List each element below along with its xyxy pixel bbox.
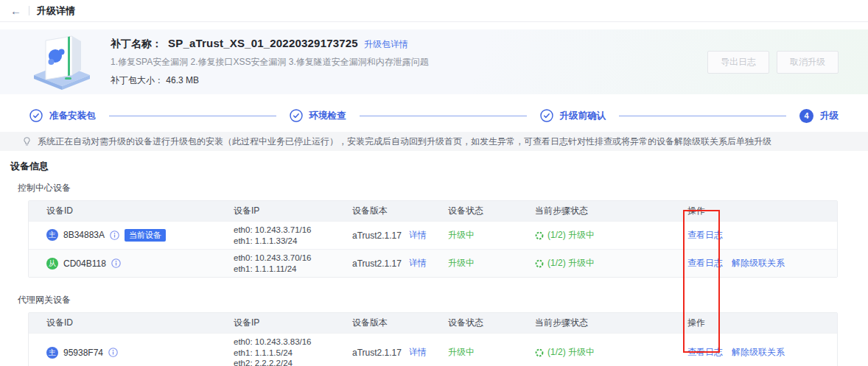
- page-title: 升级详情: [37, 4, 75, 18]
- device-status: 升级中: [439, 226, 526, 244]
- step-label: 准备安装包: [49, 110, 96, 122]
- step-status: (1/2) 升级中: [547, 257, 595, 270]
- patch-description: 1.修复SPA安全漏洞 2.修复接口XSS安全漏洞 3.修复隧道安全漏洞和内存泄…: [111, 56, 707, 68]
- patch-size-label: 补丁包大小：: [111, 75, 164, 85]
- step-number-badge: 4: [799, 109, 813, 123]
- table-header-row: 设备ID 设备IP 设备版本 设备状态 当前步骤状态 操作: [29, 313, 837, 333]
- col-device-ip: 设备IP: [225, 202, 343, 220]
- table-row: 从 CD04B118 eth0: 10.243.3.70/16 eth1: 1.…: [29, 249, 837, 277]
- master-role-icon: 主: [46, 229, 58, 241]
- col-step-status: 当前步骤状态: [526, 314, 679, 332]
- device-id: 95938F74: [63, 348, 103, 358]
- step-label: 升级: [820, 110, 839, 122]
- device-ip-line: eth1: 1.1.1.33/24: [234, 236, 335, 247]
- patch-size-value: 46.3 MB: [166, 75, 199, 85]
- device-ip-line: eth2: 2.2.2.2/24: [234, 358, 335, 366]
- loading-spinner-icon: [535, 348, 544, 357]
- unlink-cascade-link[interactable]: 解除级联关系: [732, 257, 785, 270]
- step-upgrade-current: 4 升级: [799, 109, 839, 123]
- col-device-id: 设备ID: [29, 202, 225, 220]
- info-icon[interactable]: [108, 348, 118, 357]
- page-header: ← 升级详情: [0, 0, 868, 22]
- patch-package-icon: [31, 32, 93, 92]
- col-device-ip: 设备IP: [225, 314, 343, 332]
- view-logs-link[interactable]: 查看日志: [687, 229, 723, 242]
- version-details-link[interactable]: 详情: [409, 229, 427, 242]
- info-icon[interactable]: [111, 258, 121, 268]
- step-pre-upgrade-confirm: 升级前确认: [540, 109, 606, 122]
- banner-text: 系统正在自动对需升级的设备进行升级包的安装（此过程中业务已停止运行），安装完成后…: [38, 136, 771, 148]
- device-version: aTrust2.1.17: [352, 258, 402, 269]
- step-connector: [360, 116, 527, 116]
- version-details-link[interactable]: 详情: [409, 346, 427, 359]
- device-status: 升级中: [439, 254, 526, 272]
- package-details-link[interactable]: 升级包详情: [364, 38, 408, 51]
- step-connector: [109, 116, 276, 116]
- step-check-icon: [540, 109, 553, 122]
- slave-role-icon: 从: [46, 258, 58, 270]
- step-connector: [619, 116, 786, 116]
- export-logs-button[interactable]: 导出日志: [707, 51, 769, 74]
- master-role-icon: 主: [46, 347, 58, 359]
- device-ip-line: eth1: 1.1.1.5/24: [234, 348, 335, 359]
- gateway-group-title: 代理网关设备: [18, 294, 868, 306]
- device-ip-line: eth0: 10.243.3.70/16: [234, 253, 335, 264]
- cancel-upgrade-button[interactable]: 取消升级: [777, 51, 839, 74]
- patch-info-card: 补丁名称： SP_aTrust_XS_01_20220329173725 升级包…: [0, 29, 868, 94]
- unlink-cascade-link[interactable]: 解除级联关系: [732, 346, 785, 359]
- device-id: 8B34883A: [63, 230, 105, 240]
- device-info-title: 设备信息: [10, 160, 868, 173]
- gateway-table: 设备ID 设备IP 设备版本 设备状态 当前步骤状态 操作 主 95938F74…: [28, 312, 838, 366]
- loading-spinner-icon: [535, 259, 544, 268]
- device-ip-line: eth1: 1.1.1.11/24: [234, 264, 335, 275]
- control-center-group-title: 控制中心设备: [18, 182, 868, 194]
- table-row: 主 95938F74 eth0: 10.243.3.83/16 eth1: 1.…: [29, 333, 837, 366]
- control-center-table: 设备ID 设备IP 设备版本 设备状态 当前步骤状态 操作 主 8B34883A…: [28, 200, 838, 278]
- current-device-badge: 当前设备: [125, 229, 166, 242]
- device-version: aTrust2.1.17: [352, 230, 402, 241]
- col-actions: 操作: [679, 202, 837, 220]
- step-status: (1/2) 升级中: [547, 346, 595, 359]
- device-ip-line: eth0: 10.243.3.83/16: [234, 337, 335, 348]
- col-device-version: 设备版本: [343, 314, 439, 332]
- version-details-link[interactable]: 详情: [409, 257, 427, 270]
- view-logs-link[interactable]: 查看日志: [687, 257, 723, 270]
- lightbulb-icon: [22, 136, 32, 147]
- step-label: 环境检查: [309, 110, 346, 122]
- view-logs-link[interactable]: 查看日志: [687, 346, 723, 359]
- device-status: 升级中: [439, 343, 526, 362]
- back-button[interactable]: ←: [10, 5, 21, 16]
- step-label: 升级前确认: [560, 110, 606, 122]
- step-status: (1/2) 升级中: [547, 229, 595, 242]
- col-device-status: 设备状态: [439, 202, 526, 220]
- step-check-icon: [290, 109, 303, 122]
- col-step-status: 当前步骤状态: [526, 202, 679, 220]
- header-divider: [29, 6, 29, 15]
- table-header-row: 设备ID 设备IP 设备版本 设备状态 当前步骤状态 操作: [29, 201, 837, 221]
- step-check-icon: [29, 109, 43, 122]
- device-id: CD04B118: [63, 258, 106, 269]
- upgrade-info-banner: 系统正在自动对需升级的设备进行升级包的安装（此过程中业务已停止运行），安装完成后…: [0, 132, 868, 151]
- col-device-id: 设备ID: [29, 314, 225, 332]
- col-device-status: 设备状态: [439, 314, 526, 332]
- patch-name-label: 补丁名称：: [111, 38, 162, 51]
- patch-name: SP_aTrust_XS_01_20220329173725: [168, 37, 358, 49]
- info-icon[interactable]: [110, 230, 119, 240]
- table-row: 主 8B34883A 当前设备 eth0: 10.243.3.71/16 eth…: [29, 221, 837, 249]
- device-ip-line: eth0: 10.243.3.71/16: [234, 225, 335, 236]
- loading-spinner-icon: [535, 231, 544, 240]
- step-prepare-package: 准备安装包: [29, 109, 96, 122]
- device-version: aTrust2.1.17: [352, 348, 402, 358]
- step-env-check: 环境检查: [290, 109, 346, 122]
- col-actions: 操作: [679, 314, 837, 332]
- upgrade-steps: 准备安装包 环境检查 升级前确认 4 升级: [29, 106, 839, 125]
- col-device-version: 设备版本: [343, 202, 439, 220]
